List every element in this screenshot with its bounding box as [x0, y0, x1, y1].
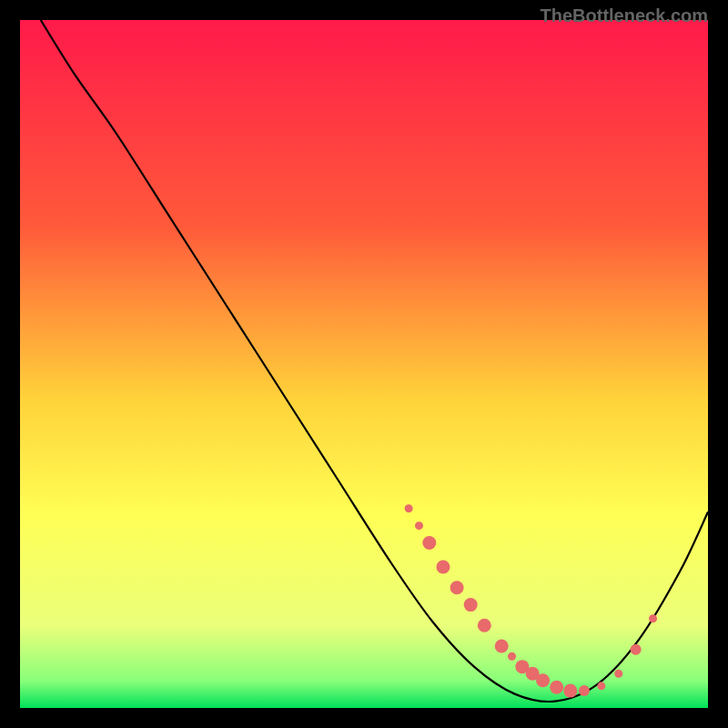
data-marker: [597, 682, 605, 690]
data-marker: [550, 681, 563, 694]
chart-container: TheBottleneck.com: [0, 0, 728, 728]
data-marker: [415, 521, 423, 530]
data-marker: [631, 644, 642, 655]
gradient-background: [20, 20, 708, 708]
data-marker: [508, 652, 516, 661]
data-marker: [436, 561, 450, 574]
data-marker: [464, 598, 478, 612]
data-marker: [478, 619, 491, 632]
data-marker: [495, 639, 509, 652]
data-marker: [405, 504, 413, 512]
data-marker: [450, 581, 464, 594]
data-marker: [614, 670, 622, 678]
data-marker: [649, 614, 657, 622]
data-marker: [536, 673, 550, 687]
attribution-text: TheBottleneck.com: [541, 5, 708, 26]
chart-svg: [20, 20, 708, 708]
data-marker: [563, 684, 577, 698]
data-marker: [579, 685, 590, 696]
data-marker: [422, 536, 436, 550]
plot-area: [20, 20, 708, 708]
